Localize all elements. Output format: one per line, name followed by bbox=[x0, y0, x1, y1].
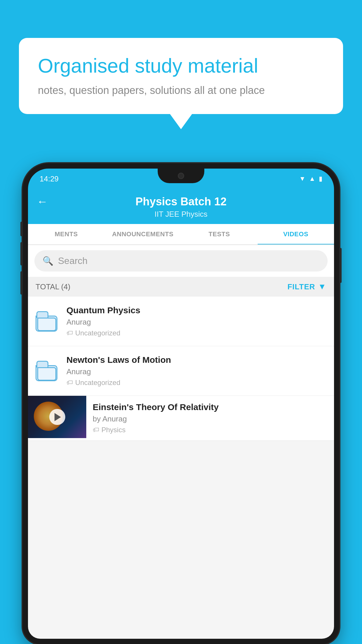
notch bbox=[158, 169, 204, 183]
item-content-2: Newton's Laws of Motion Anurag 🏷 Uncateg… bbox=[66, 355, 326, 387]
item-author-2: Anurag bbox=[66, 367, 326, 376]
list-item[interactable]: Einstein's Theory Of Relativity by Anura… bbox=[28, 396, 334, 441]
item-content-1: Quantum Physics Anurag 🏷 Uncategorized bbox=[66, 305, 326, 337]
search-icon: 🔍 bbox=[43, 256, 53, 266]
item-title-1: Quantum Physics bbox=[66, 305, 326, 315]
tab-announcements[interactable]: ANNOUNCEMENTS bbox=[105, 224, 181, 244]
list-item[interactable]: Quantum Physics Anurag 🏷 Uncategorized bbox=[28, 297, 334, 346]
list-item[interactable]: Newton's Laws of Motion Anurag 🏷 Uncateg… bbox=[28, 346, 334, 396]
filter-label: FILTER bbox=[287, 282, 315, 291]
tag-label-2: Uncategorized bbox=[75, 379, 120, 387]
folder-icon-2 bbox=[36, 361, 59, 381]
item-title-2: Newton's Laws of Motion bbox=[66, 355, 326, 365]
status-icons: ▼ ▲ ▮ bbox=[299, 175, 322, 183]
video-title: Einstein's Theory Of Relativity bbox=[93, 402, 328, 412]
item-tag-2: 🏷 Uncategorized bbox=[66, 379, 326, 387]
tag-icon-3: 🏷 bbox=[93, 426, 99, 434]
folder-icon-1 bbox=[36, 311, 59, 332]
side-button-left-top bbox=[20, 222, 23, 236]
back-button[interactable]: ← bbox=[37, 195, 48, 208]
speech-bubble: Organised study material notes, question… bbox=[19, 38, 343, 114]
tab-ments[interactable]: MENTS bbox=[28, 224, 105, 244]
tag-icon-1: 🏷 bbox=[66, 329, 73, 337]
search-input[interactable]: Search bbox=[58, 256, 87, 266]
list-container: Quantum Physics Anurag 🏷 Uncategorized bbox=[28, 297, 334, 441]
side-button-right bbox=[339, 248, 342, 283]
item-tag-1: 🏷 Uncategorized bbox=[66, 329, 326, 337]
tabs-bar: MENTS ANNOUNCEMENTS TESTS VIDEOS bbox=[28, 224, 334, 245]
signal-icon: ▲ bbox=[309, 175, 315, 183]
filter-row: TOTAL (4) FILTER ▼ bbox=[28, 277, 334, 297]
bubble-subtitle: notes, question papers, solutions all at… bbox=[38, 84, 324, 97]
header-subtitle: IIT JEE Physics bbox=[37, 210, 325, 219]
status-time: 14:29 bbox=[40, 174, 59, 183]
status-bar: 14:29 ▼ ▲ ▮ bbox=[28, 169, 334, 189]
filter-button[interactable]: FILTER ▼ bbox=[287, 282, 326, 291]
header-title: Physics Batch 12 bbox=[136, 195, 227, 208]
search-bar[interactable]: 🔍 Search bbox=[34, 250, 328, 272]
phone-frame: 14:29 ▼ ▲ ▮ ← Physics Batch 12 IIT JEE P… bbox=[23, 163, 339, 644]
tab-videos[interactable]: VIDEOS bbox=[258, 224, 334, 244]
tag-label-1: Uncategorized bbox=[75, 329, 120, 337]
tag-icon-2: 🏷 bbox=[66, 379, 73, 386]
speech-bubble-container: Organised study material notes, question… bbox=[19, 38, 343, 114]
play-button[interactable] bbox=[49, 409, 65, 425]
phone-screen: ← Physics Batch 12 IIT JEE Physics MENTS… bbox=[28, 189, 334, 639]
filter-icon: ▼ bbox=[318, 282, 326, 291]
battery-icon: ▮ bbox=[319, 175, 322, 183]
bubble-title: Organised study material bbox=[38, 54, 324, 78]
app-header: ← Physics Batch 12 IIT JEE Physics bbox=[28, 189, 334, 224]
wifi-icon: ▼ bbox=[299, 175, 305, 183]
video-author: by Anurag bbox=[93, 414, 328, 424]
tab-tests[interactable]: TESTS bbox=[181, 224, 258, 244]
header-row: ← Physics Batch 12 bbox=[37, 195, 325, 208]
video-thumbnail bbox=[28, 396, 86, 438]
search-bar-container: 🔍 Search bbox=[28, 245, 334, 277]
video-info: Einstein's Theory Of Relativity by Anura… bbox=[86, 396, 334, 440]
tag-label-3: Physics bbox=[101, 426, 126, 434]
side-button-left-mid1 bbox=[20, 242, 23, 265]
video-tag: 🏷 Physics bbox=[93, 426, 328, 434]
side-button-left-mid2 bbox=[20, 271, 23, 295]
item-author-1: Anurag bbox=[66, 318, 326, 327]
play-icon bbox=[55, 413, 61, 421]
camera bbox=[178, 173, 184, 179]
total-count: TOTAL (4) bbox=[36, 282, 70, 291]
